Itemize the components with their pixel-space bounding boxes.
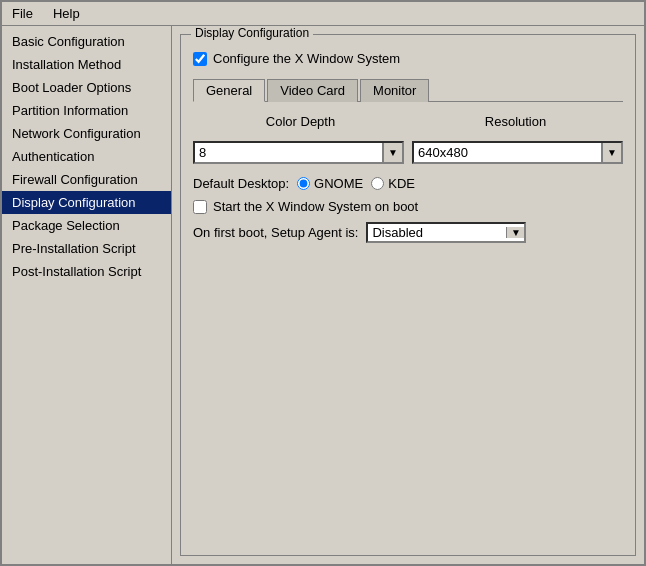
configure-xwindow-checkbox[interactable] — [193, 52, 207, 66]
firstboot-select[interactable]: Disabled ▼ — [366, 222, 526, 243]
resolution-header: Resolution — [408, 114, 623, 129]
gnome-label: GNOME — [314, 176, 363, 191]
gnome-radio-label[interactable]: GNOME — [297, 176, 363, 191]
sidebar-item-package-selection[interactable]: Package Selection — [2, 214, 171, 237]
tab-video-card[interactable]: Video Card — [267, 79, 358, 102]
configure-xwindow-row: Configure the X Window System — [193, 51, 623, 66]
start-xwindow-row: Start the X Window System on boot — [193, 199, 623, 214]
color-depth-dropdown-btn[interactable]: ▼ — [382, 143, 402, 162]
display-configuration-group: Display Configuration Configure the X Wi… — [180, 34, 636, 556]
sidebar-item-firewall-configuration[interactable]: Firewall Configuration — [2, 168, 171, 191]
tabs-row: General Video Card Monitor — [193, 78, 623, 102]
sidebar: Basic Configuration Installation Method … — [2, 26, 172, 564]
sidebar-item-basic-configuration[interactable]: Basic Configuration — [2, 30, 171, 53]
sidebar-item-authentication[interactable]: Authentication — [2, 145, 171, 168]
sidebar-item-post-installation-script[interactable]: Post-Installation Script — [2, 260, 171, 283]
menu-file[interactable]: File — [6, 4, 39, 23]
tab-monitor[interactable]: Monitor — [360, 79, 429, 102]
configure-xwindow-label: Configure the X Window System — [213, 51, 400, 66]
sidebar-item-display-configuration[interactable]: Display Configuration — [2, 191, 171, 214]
sidebar-item-boot-loader-options[interactable]: Boot Loader Options — [2, 76, 171, 99]
content-area: Basic Configuration Installation Method … — [2, 26, 644, 564]
resolution-dropdown-btn[interactable]: ▼ — [601, 143, 621, 162]
column-headers: Color Depth Resolution — [193, 114, 623, 129]
gnome-radio[interactable] — [297, 177, 310, 190]
resolution-select[interactable]: ▼ — [412, 141, 623, 164]
sidebar-item-pre-installation-script[interactable]: Pre-Installation Script — [2, 237, 171, 260]
sidebar-item-partition-information[interactable]: Partition Information — [2, 99, 171, 122]
default-desktop-row: Default Desktop: GNOME KDE — [193, 176, 623, 191]
firstboot-value: Disabled — [368, 225, 506, 240]
firstboot-label: On first boot, Setup Agent is: — [193, 225, 358, 240]
menubar: File Help — [2, 2, 644, 26]
start-xwindow-label: Start the X Window System on boot — [213, 199, 418, 214]
firstboot-row: On first boot, Setup Agent is: Disabled … — [193, 222, 623, 243]
main-window: File Help Basic Configuration Installati… — [0, 0, 646, 566]
sidebar-item-installation-method[interactable]: Installation Method — [2, 53, 171, 76]
menu-help[interactable]: Help — [47, 4, 86, 23]
firstboot-dropdown-btn[interactable]: ▼ — [506, 227, 524, 238]
panel-content: Configure the X Window System General Vi… — [181, 35, 635, 555]
kde-label: KDE — [388, 176, 415, 191]
tab-general[interactable]: General — [193, 79, 265, 102]
color-depth-input[interactable] — [195, 143, 382, 162]
kde-radio-label[interactable]: KDE — [371, 176, 415, 191]
color-depth-header: Color Depth — [193, 114, 408, 129]
dropdowns-row: ▼ ▼ — [193, 141, 623, 164]
default-desktop-label: Default Desktop: — [193, 176, 289, 191]
resolution-input[interactable] — [414, 143, 601, 162]
main-panel: Display Configuration Configure the X Wi… — [172, 26, 644, 564]
panel-legend: Display Configuration — [191, 26, 313, 40]
color-depth-select[interactable]: ▼ — [193, 141, 404, 164]
sidebar-item-network-configuration[interactable]: Network Configuration — [2, 122, 171, 145]
kde-radio[interactable] — [371, 177, 384, 190]
start-xwindow-checkbox[interactable] — [193, 200, 207, 214]
